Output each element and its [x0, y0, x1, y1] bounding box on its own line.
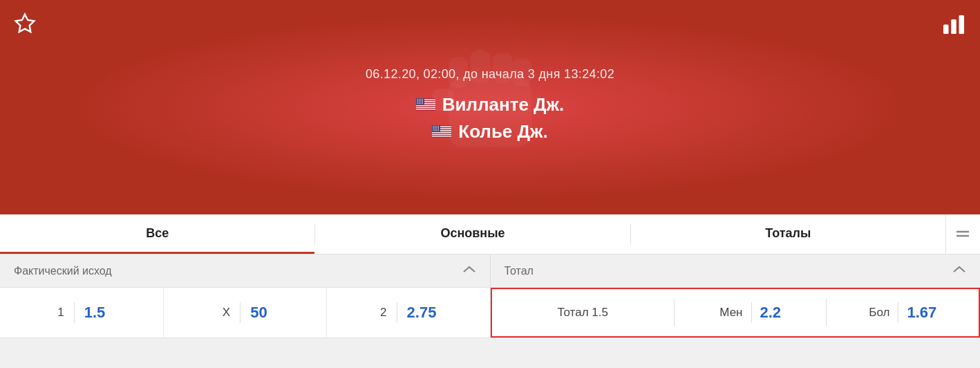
bet-x-value: 50 — [250, 304, 267, 322]
bol-label: Бол — [869, 306, 889, 320]
fighter1-row: Вилланте Дж. — [366, 94, 614, 116]
svg-point-43 — [435, 126, 435, 127]
left-section-title: Фактический исход — [14, 265, 112, 277]
favorite-button[interactable] — [14, 12, 36, 37]
right-bet-section: Тотал Тотал 1.5 Мен 2.2 — [491, 255, 981, 338]
bet-1-value: 1.5 — [84, 304, 106, 322]
men-label: Мен — [719, 306, 742, 320]
left-bet-section: Фактический исход 1 1.5 X — [0, 255, 491, 338]
svg-point-55 — [435, 130, 435, 131]
men-separator — [751, 302, 752, 323]
svg-point-24 — [420, 100, 421, 101]
right-bet-row: Тотал 1.5 Мен 2.2 Бол 1.67 — [491, 288, 981, 338]
svg-point-22 — [417, 100, 417, 101]
bet-2-value: 2.75 — [407, 304, 437, 322]
bet-2-label: 2 — [380, 306, 386, 320]
bol-separator — [898, 302, 898, 323]
svg-point-32 — [420, 103, 421, 104]
bet-1-cell[interactable]: 1 1.5 — [0, 288, 164, 338]
svg-rect-9 — [959, 15, 965, 34]
total-label-cell: Тотал 1.5 — [492, 289, 674, 336]
svg-point-42 — [433, 126, 434, 127]
left-bet-row: 1 1.5 X 50 2 2.75 — [0, 288, 490, 338]
svg-point-50 — [433, 129, 434, 129]
bol-cell[interactable]: Бол 1.67 — [827, 289, 979, 336]
svg-rect-38 — [432, 132, 451, 133]
svg-point-25 — [422, 100, 423, 101]
right-section-header: Тотал — [491, 255, 981, 288]
svg-rect-8 — [951, 19, 957, 34]
svg-point-28 — [420, 102, 421, 102]
svg-point-49 — [438, 127, 439, 128]
fighter1-name: Вилланте Дж. — [442, 94, 565, 116]
svg-point-45 — [438, 126, 439, 127]
svg-rect-7 — [943, 25, 949, 35]
svg-rect-39 — [432, 134, 451, 134]
event-datetime: 06.12.20, 02:00, до начала 3 дня 13:24:0… — [366, 67, 614, 82]
svg-point-44 — [437, 126, 437, 127]
tabs-bar: Все Основные Тоталы — [0, 214, 980, 255]
tab-main[interactable]: Основные — [315, 214, 630, 254]
fighter2-row: Колье Дж. — [366, 121, 614, 142]
bet-x-cell[interactable]: X 50 — [164, 288, 328, 338]
svg-rect-15 — [416, 107, 435, 107]
svg-point-46 — [433, 127, 434, 128]
svg-point-21 — [422, 99, 423, 100]
right-section-collapse-button[interactable] — [952, 265, 966, 277]
hero-content: 06.12.20, 02:00, до начала 3 дня 13:24:0… — [366, 67, 614, 148]
svg-point-19 — [419, 99, 420, 100]
bet-1-label: 1 — [57, 306, 64, 320]
svg-rect-16 — [416, 109, 435, 109]
bol-value: 1.67 — [907, 304, 936, 322]
svg-point-26 — [417, 102, 417, 102]
total-label: Тотал 1.5 — [557, 306, 607, 320]
svg-marker-6 — [16, 15, 35, 32]
svg-point-20 — [420, 99, 421, 100]
svg-point-57 — [438, 130, 439, 131]
svg-point-56 — [437, 130, 437, 131]
bet-2-separator — [397, 302, 397, 323]
svg-point-48 — [437, 127, 437, 128]
svg-point-47 — [435, 127, 435, 128]
svg-rect-40 — [432, 136, 451, 136]
bet-x-separator — [240, 302, 241, 323]
fighter2-name: Колье Дж. — [458, 121, 547, 142]
svg-point-27 — [419, 102, 420, 102]
bet-x-label: X — [223, 306, 230, 320]
svg-point-18 — [417, 99, 417, 100]
tabs-collapse-button[interactable] — [945, 214, 980, 254]
svg-point-53 — [438, 129, 439, 129]
right-section-title: Тотал — [505, 265, 534, 277]
tab-all[interactable]: Все — [0, 214, 314, 254]
main-container: 06.12.20, 02:00, до начала 3 дня 13:24:0… — [0, 0, 980, 338]
svg-rect-14 — [416, 105, 435, 106]
left-section-collapse-button[interactable] — [462, 265, 476, 277]
bet-1-separator — [74, 302, 75, 323]
svg-point-51 — [435, 129, 435, 129]
svg-point-33 — [422, 103, 423, 104]
left-section-header: Фактический исход — [0, 255, 490, 288]
stats-button[interactable] — [941, 11, 966, 39]
svg-point-29 — [422, 102, 423, 102]
svg-point-23 — [419, 100, 420, 101]
hero-section: 06.12.20, 02:00, до начала 3 дня 13:24:0… — [0, 0, 980, 214]
tab-totals[interactable]: Тоталы — [631, 214, 945, 254]
men-value: 2.2 — [760, 304, 782, 322]
bet-sections: Фактический исход 1 1.5 X — [0, 255, 980, 338]
svg-point-54 — [433, 130, 434, 131]
bet-2-cell[interactable]: 2 2.75 — [327, 288, 490, 338]
svg-point-30 — [417, 103, 417, 104]
men-cell[interactable]: Мен 2.2 — [675, 289, 827, 336]
svg-point-31 — [419, 103, 420, 104]
svg-point-52 — [437, 129, 437, 129]
